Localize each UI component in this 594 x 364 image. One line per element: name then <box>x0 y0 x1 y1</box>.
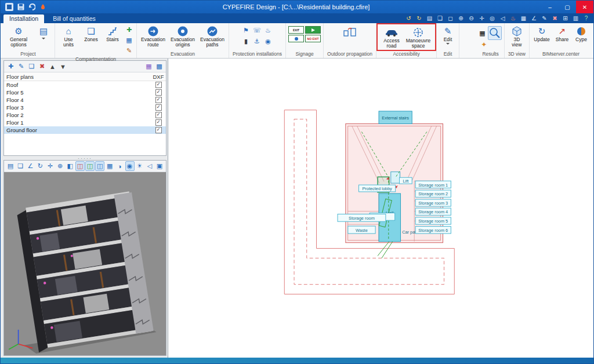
section-z-icon[interactable]: ◫ <box>95 161 104 171</box>
measure-3d-icon[interactable]: ∠ <box>26 161 35 171</box>
dxf-template-icon[interactable]: ▦ <box>144 61 154 71</box>
calculator-icon[interactable]: ▥ <box>571 13 581 23</box>
annotate-icon[interactable]: ✎ <box>539 13 549 23</box>
visibility-icon[interactable]: ◉ <box>125 161 135 171</box>
manoeuvre-space-button[interactable]: Manoeuvre space <box>404 26 432 50</box>
storage-room-3-label[interactable]: Storage room 3 <box>418 201 448 206</box>
alarm-icon[interactable]: ◉ <box>263 37 273 46</box>
general-options-button[interactable]: ⚙ General options <box>4 24 33 49</box>
dxf-manager-icon[interactable]: ▩ <box>154 61 164 71</box>
results-table-icon[interactable]: ▦ <box>479 30 485 37</box>
extinguisher-icon[interactable]: ▮ <box>241 37 251 46</box>
compartment-edit-icon[interactable]: ✎ <box>124 46 134 56</box>
copy-floor-plan-icon[interactable]: ❏ <box>27 61 37 71</box>
floor-row-4[interactable]: Floor 4 ✓ <box>4 96 166 104</box>
measure-icon[interactable]: ∠ <box>529 13 539 23</box>
wireframe-icon[interactable]: ▦ <box>105 161 114 171</box>
storage-room-1-label[interactable]: Storage room 1 <box>418 183 448 188</box>
evacuation-route-button[interactable]: Evacuation route <box>139 24 167 49</box>
waste-label[interactable]: Waste <box>356 228 368 233</box>
copy-view-icon[interactable]: ❏ <box>435 13 445 23</box>
dxf-checkbox[interactable]: ✓ <box>155 127 162 133</box>
floor-row-ground[interactable]: Ground floor ✓ <box>4 126 166 134</box>
3d-view-button[interactable]: 3D view <box>507 24 527 49</box>
pan-3d-icon[interactable]: ✛ <box>46 161 55 171</box>
evacuation-origins-button[interactable]: Evacuation origins <box>169 24 197 49</box>
close-button[interactable]: ✕ <box>576 1 593 13</box>
section-x-icon[interactable]: ◫ <box>75 161 85 171</box>
no-exit-sign-button[interactable]: NO EXIT <box>305 35 321 42</box>
floor-row-3[interactable]: Floor 3 ✓ <box>4 104 166 111</box>
print-icon[interactable]: ▤ <box>425 13 434 23</box>
lift-label[interactable]: Lift <box>403 179 408 184</box>
dxf-checkbox[interactable]: ✓ <box>155 112 162 118</box>
exit-sign-button[interactable]: EXIT <box>288 26 304 34</box>
pan-icon[interactable]: ✛ <box>477 13 487 23</box>
zoom-out-icon[interactable]: ⊖ <box>466 13 476 23</box>
export-3d-icon[interactable]: ❏ <box>16 161 25 171</box>
bim-share-button[interactable]: ↗ Share <box>553 24 571 43</box>
edit-floor-plan-icon[interactable]: ✎ <box>16 61 26 71</box>
zones-button[interactable]: ❏ Zones <box>81 24 101 43</box>
add-floor-plan-icon[interactable]: ✚ <box>6 61 16 71</box>
bim-update-button[interactable]: ↻ Update <box>532 24 552 43</box>
tab-installation[interactable]: Installation <box>3 14 44 23</box>
undo-icon[interactable]: ↺ <box>404 13 414 23</box>
lights-icon[interactable]: ☀ <box>135 161 144 171</box>
dxf-checkbox[interactable]: ✓ <box>155 97 162 103</box>
hydrant-icon[interactable]: ⚓ <box>252 37 262 46</box>
project-settings-button[interactable]: ▤ <box>35 24 52 41</box>
bim-cype-button[interactable]: Cype <box>573 24 590 43</box>
app-icon[interactable] <box>5 3 13 11</box>
dry-riser-icon[interactable]: ☏ <box>252 26 262 35</box>
storage-room-label[interactable]: Storage room <box>349 216 375 221</box>
floor-row-2[interactable]: Floor 2 ✓ <box>4 111 166 119</box>
inspect-results-button[interactable] <box>488 26 502 40</box>
fire-icon[interactable]: ♨ <box>508 13 518 23</box>
front-view-icon[interactable]: ◧ <box>66 161 75 171</box>
external-stairs-label[interactable]: External stairs <box>382 115 409 121</box>
compartment-list-icon[interactable]: ▦ <box>124 35 134 45</box>
fire-hose-icon[interactable]: ⚑ <box>241 26 251 35</box>
cypefire-flame-icon[interactable] <box>39 3 46 10</box>
pictogram-sign-button[interactable] <box>288 35 304 42</box>
floor-row-1[interactable]: Floor 1 ✓ <box>4 119 166 126</box>
zoom-3d-icon[interactable]: ⊕ <box>56 161 65 171</box>
delete-floor-plan-icon[interactable]: ✖ <box>37 61 47 71</box>
tab-bill-of-quantities[interactable]: Bill of quantities <box>47 14 102 23</box>
info-icon[interactable]: ▣ <box>155 161 164 171</box>
wand-icon[interactable]: ✦ <box>479 41 487 49</box>
add-compartment-icon[interactable]: ✚ <box>124 25 134 35</box>
dxf-checkbox[interactable]: ✓ <box>155 82 162 88</box>
outdoor-propagation-button[interactable] <box>336 24 364 38</box>
previous-view-icon[interactable]: ◁ <box>498 13 508 23</box>
storage-room-6-label[interactable]: Storage room 6 <box>418 228 448 233</box>
save-icon[interactable] <box>17 3 24 10</box>
dxf-checkbox[interactable]: ✓ <box>155 119 162 126</box>
shadows-icon[interactable]: ◑ <box>115 161 124 171</box>
dxf-checkbox[interactable]: ✓ <box>155 89 162 96</box>
layers-icon[interactable]: ▦ <box>519 13 528 23</box>
undo-titlebar-icon[interactable] <box>28 3 35 10</box>
protected-lobby-label[interactable]: Protected lobby <box>362 186 392 191</box>
zoom-in-icon[interactable]: ⊕ <box>456 13 466 23</box>
dxf-checkbox[interactable]: ✓ <box>155 104 162 111</box>
zoom-prev-icon[interactable]: ◁ <box>145 161 154 171</box>
exit-arrow-sign-button[interactable] <box>305 26 321 34</box>
zoom-window-icon[interactable]: ◻ <box>446 13 455 23</box>
grid-icon[interactable]: ⊞ <box>560 13 570 23</box>
delete-icon[interactable]: ✖ <box>550 13 560 23</box>
section-y-icon[interactable]: ◫ <box>85 161 95 171</box>
maximize-button[interactable]: ▢ <box>559 1 576 13</box>
drawing-canvas[interactable]: External stairs Protected lobby Lift Hal… <box>168 59 593 358</box>
edit-button[interactable]: ✎ Edit <box>439 24 457 46</box>
floor-row-5[interactable]: Floor 5 ✓ <box>4 89 166 96</box>
move-up-icon[interactable]: ▲ <box>48 61 57 71</box>
use-units-button[interactable]: ⌂ Use units <box>57 24 79 49</box>
3d-model-view[interactable] <box>4 172 166 355</box>
sprinkler-icon[interactable]: ♨ <box>263 26 273 35</box>
redo-icon[interactable]: ↻ <box>414 13 424 23</box>
stairs-button[interactable]: Stairs <box>103 24 122 43</box>
floor-row-roof[interactable]: Roof ✓ <box>4 81 166 89</box>
minimize-button[interactable]: – <box>541 1 559 13</box>
